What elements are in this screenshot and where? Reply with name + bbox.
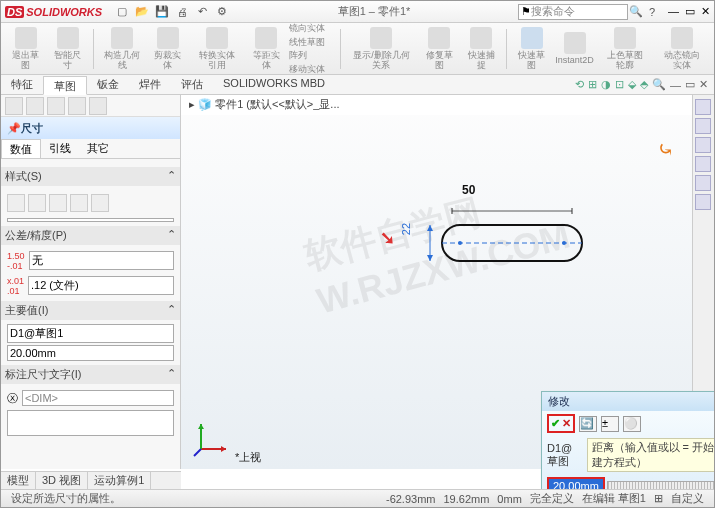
tab-evaluate[interactable]: 评估 (171, 75, 213, 94)
quick-snaps-button[interactable]: 快速捕捉 (462, 25, 500, 72)
qat-print-icon[interactable]: 🖨 (174, 4, 190, 20)
breadcrumb[interactable]: ▸ 🧊 零件1 (默认<<默认>_显... (181, 95, 692, 115)
mirror-entities-button[interactable]: 镜向实体 (289, 23, 334, 35)
doc-minimize-icon[interactable]: — (670, 79, 681, 91)
resources-icon[interactable] (695, 99, 711, 115)
custom-props-icon[interactable] (695, 194, 711, 210)
style-icon[interactable] (70, 194, 88, 212)
trim-entities-button[interactable]: 剪裁实体 (149, 25, 187, 72)
view-icon[interactable]: ⟲ (575, 78, 584, 91)
pin-icon[interactable]: 📌 (7, 122, 21, 135)
dimtext-extra-field[interactable] (7, 410, 174, 436)
show-relations-button[interactable]: 显示/删除几何关系 (347, 25, 417, 72)
options-icon[interactable]: ⚪ (623, 416, 641, 432)
tab-sheetmetal[interactable]: 钣金 (87, 75, 129, 94)
qat-save-icon[interactable]: 💾 (154, 4, 170, 20)
dimtext-field[interactable]: <DIM> (22, 390, 174, 406)
rebuild-icon[interactable]: 🔄 (579, 416, 597, 432)
tab-sketch[interactable]: 草图 (43, 76, 87, 95)
tab-3dview[interactable]: 3D 视图 (36, 472, 88, 489)
repair-sketch-button[interactable]: 修复草图 (420, 25, 458, 72)
view-icon[interactable]: ⬘ (640, 78, 648, 91)
cancel-button[interactable]: ✕ (562, 417, 571, 430)
group-tolerance-header[interactable]: 公差/精度(P)⌃ (1, 226, 180, 245)
primary-name-field[interactable]: D1@草图1 (7, 324, 174, 343)
graphics-viewport[interactable]: ▸ 🧊 零件1 (默认<<默认>_显... ⤿ 软件自学网 W.RJZXW.CO… (181, 95, 692, 469)
status-y: 19.62mm (444, 493, 490, 505)
tab-weldments[interactable]: 焊件 (129, 75, 171, 94)
primary-value-field[interactable]: 20.00mm (7, 345, 174, 361)
tab-features[interactable]: 特征 (1, 75, 43, 94)
style-select[interactable] (7, 218, 174, 222)
style-icon[interactable] (7, 194, 25, 212)
subtab-value[interactable]: 数值 (1, 139, 41, 158)
doc-restore-icon[interactable]: ▭ (685, 78, 695, 91)
property-manager-icon[interactable] (26, 97, 44, 115)
shade-contour-button[interactable]: 上色草图轮廓 (599, 25, 652, 72)
tab-model[interactable]: 模型 (1, 472, 36, 489)
style-icon[interactable] (49, 194, 67, 212)
search-glass-icon[interactable]: 🔍 (628, 4, 644, 20)
doc-close-icon[interactable]: ✕ (699, 78, 708, 91)
tab-mbd[interactable]: SOLIDWORKS MBD (213, 75, 335, 94)
search-command-input[interactable]: ⚑ 搜索命令 (518, 4, 628, 20)
dimxpert-manager-icon[interactable] (68, 97, 86, 115)
instant2d-button[interactable]: Instant2D (555, 30, 595, 67)
convert-entities-button[interactable]: 转换实体引用 (191, 25, 244, 72)
status-custom[interactable]: 自定义 (671, 491, 704, 506)
help-icon[interactable]: ? (644, 4, 660, 20)
feature-manager-icon[interactable] (5, 97, 23, 115)
group-dimtext-header[interactable]: 标注尺寸文字(I)⌃ (1, 365, 180, 384)
rapid-sketch-button[interactable]: 快速草图 (513, 25, 551, 72)
subtab-leaders[interactable]: 引线 (41, 139, 79, 158)
view-icon[interactable]: ⊡ (615, 78, 624, 91)
config-manager-icon[interactable] (47, 97, 65, 115)
sketch-slot-shape[interactable]: 50 22 ➘ (422, 205, 602, 277)
dimension-vertical[interactable]: 22 (400, 223, 412, 235)
close-button[interactable]: ✕ (701, 5, 710, 18)
dimension-horizontal[interactable]: 50 (462, 183, 475, 197)
dynamic-mirror-button[interactable]: 动态镜向实体 (655, 25, 708, 72)
reverse-icon[interactable]: ± (601, 416, 619, 432)
precision-select[interactable]: .12 (文件) (28, 276, 174, 295)
offset-entities-button[interactable]: 等距实体 (247, 25, 285, 72)
exit-sketch-button[interactable]: 退出草图 (7, 25, 45, 72)
style-icon[interactable] (28, 194, 46, 212)
confirm-corner-icon[interactable]: ⤿ (657, 137, 674, 161)
view-icon[interactable]: ◑ (601, 78, 611, 91)
collapse-icon[interactable]: ⌃ (167, 367, 176, 382)
view-icon[interactable]: ⊞ (588, 78, 597, 91)
svg-marker-8 (427, 225, 433, 231)
collapse-icon[interactable]: ⌃ (167, 169, 176, 184)
tolerance-type-select[interactable]: 无 (29, 251, 174, 270)
design-library-icon[interactable] (695, 118, 711, 134)
document-title: 草图1 – 零件1* (230, 4, 518, 19)
collapse-icon[interactable]: ⌃ (167, 303, 176, 318)
view-icon[interactable]: ⬙ (628, 78, 636, 91)
smart-dimension-button[interactable]: 智能尺寸 (49, 25, 87, 72)
style-icon[interactable] (91, 194, 109, 212)
tab-motion-study[interactable]: 运动算例1 (88, 472, 151, 489)
collapse-icon[interactable]: ⌃ (167, 228, 176, 243)
subtab-other[interactable]: 其它 (79, 139, 117, 158)
move-entities-button[interactable]: 移动实体 (289, 63, 334, 76)
group-primary-header[interactable]: 主要值(I)⌃ (1, 301, 180, 320)
status-units-icon[interactable]: ⊞ (654, 492, 663, 505)
view-icon[interactable]: 🔍 (652, 78, 666, 91)
view-palette-icon[interactable] (695, 156, 711, 172)
qat-undo-icon[interactable]: ↶ (194, 4, 210, 20)
appearances-icon[interactable] (695, 175, 711, 191)
maximize-button[interactable]: ▭ (685, 5, 695, 18)
group-style-header[interactable]: 样式(S)⌃ (1, 167, 180, 186)
svg-point-6 (562, 241, 566, 245)
confirm-button[interactable]: ✔ (551, 417, 560, 430)
display-manager-icon[interactable] (89, 97, 107, 115)
file-explorer-icon[interactable] (695, 137, 711, 153)
qat-open-icon[interactable]: 📂 (134, 4, 150, 20)
qat-options-icon[interactable]: ⚙ (214, 4, 230, 20)
view-triad[interactable] (191, 419, 231, 459)
minimize-button[interactable]: — (668, 5, 679, 18)
qat-new-icon[interactable]: ▢ (114, 4, 130, 20)
construction-line-button[interactable]: 构造几何线 (99, 25, 144, 72)
linear-pattern-button[interactable]: 线性草图阵列 (289, 36, 334, 62)
